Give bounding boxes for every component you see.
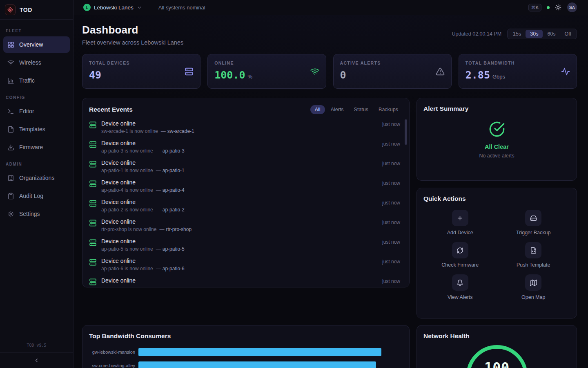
health-status-dot bbox=[547, 6, 550, 9]
action-check-firmware[interactable]: Check Firmware bbox=[423, 242, 497, 268]
action-label: Push Template bbox=[517, 262, 550, 268]
action-label: Open Map bbox=[521, 294, 545, 300]
event-title: Device online bbox=[101, 238, 382, 245]
hard-drive-icon bbox=[530, 215, 537, 222]
sidebar-item-firmware[interactable]: Firmware bbox=[3, 139, 70, 155]
app-root: TOD FLEET Overview Wireless Traffic CONF… bbox=[0, 0, 588, 368]
brand: TOD bbox=[0, 0, 73, 20]
sidebar-item-editor[interactable]: Editor bbox=[3, 103, 70, 119]
event-time: just now bbox=[382, 239, 400, 245]
stat-label: ONLINE bbox=[214, 61, 319, 65]
sidebar-item-traffic[interactable]: Traffic bbox=[3, 72, 70, 89]
sidebar-collapse-button[interactable] bbox=[0, 352, 73, 368]
dashboard-grid: Recent Events All Alerts Status Backups … bbox=[82, 98, 577, 368]
recent-events-panel: Recent Events All Alerts Status Backups … bbox=[82, 98, 410, 287]
event-row[interactable]: Device online ap-patio-3 is now online—a… bbox=[82, 137, 409, 157]
alert-summary-panel: Alert Summary All Clear No active alerts bbox=[416, 98, 577, 181]
wifi-icon bbox=[7, 59, 14, 66]
events-scrollbar[interactable] bbox=[405, 119, 407, 145]
bell-icon bbox=[457, 279, 463, 286]
event-device: rtr-pro-shop bbox=[166, 227, 192, 232]
sidebar-item-settings[interactable]: Settings bbox=[3, 206, 70, 222]
sidebar-item-organizations[interactable]: Organizations bbox=[3, 170, 70, 186]
event-time: just now bbox=[382, 278, 400, 284]
topbar: L Lebowski Lanes All systems nominal ⌘K … bbox=[74, 0, 588, 15]
sidebar-item-label: Wireless bbox=[19, 59, 41, 66]
command-palette-shortcut[interactable]: ⌘K bbox=[528, 4, 541, 11]
refresh-option-60s[interactable]: 60s bbox=[543, 30, 560, 38]
user-avatar[interactable]: SA bbox=[567, 2, 577, 12]
bandwidth-device-label: gw-lebowski-mansion bbox=[89, 350, 135, 355]
event-row[interactable]: Device online ap-patio-6 is now online—a… bbox=[82, 255, 409, 275]
sidebar-item-audit-log[interactable]: Audit Log bbox=[3, 188, 70, 204]
event-row[interactable]: Device online ap-patio-5 is now online—a… bbox=[82, 236, 409, 255]
action-add-device[interactable]: Add Device bbox=[423, 210, 497, 236]
action-label: Add Device bbox=[447, 230, 473, 236]
sidebar-item-label: Audit Log bbox=[19, 193, 43, 199]
event-device: ap-patio-3 bbox=[163, 148, 185, 154]
tab-all[interactable]: All bbox=[310, 105, 325, 114]
event-row[interactable]: Device online ap-patio-1 is now online—a… bbox=[82, 157, 409, 177]
map-icon bbox=[530, 279, 537, 286]
bandwidth-panel: Top Bandwidth Consumers gw-lebowski-mans… bbox=[82, 325, 410, 368]
clipboard-icon bbox=[7, 193, 14, 200]
event-time: just now bbox=[382, 220, 400, 225]
event-row[interactable]: Device online ap-patio-4 is now online—a… bbox=[82, 177, 409, 196]
stat-value: 0 bbox=[340, 69, 346, 81]
event-row[interactable]: Device online just now bbox=[82, 275, 409, 287]
event-detail: ap-patio-6 is now online—ap-patio-6 bbox=[101, 266, 382, 272]
grid-icon bbox=[7, 41, 14, 48]
main-area: L Lebowski Lanes All systems nominal ⌘K … bbox=[74, 0, 588, 368]
action-open-map[interactable]: Open Map bbox=[497, 274, 570, 300]
refresh-option-off[interactable]: Off bbox=[560, 30, 576, 38]
page-header: Dashboard Fleet overview across Lebowski… bbox=[82, 24, 577, 46]
refresh-option-30s[interactable]: 30s bbox=[526, 30, 543, 38]
event-title: Device online bbox=[101, 120, 382, 127]
event-device: ap-patio-5 bbox=[163, 246, 185, 252]
org-switcher[interactable]: L Lebowski Lanes bbox=[83, 4, 142, 11]
refresh-option-15s[interactable]: 15s bbox=[508, 30, 526, 38]
sidebar: TOD FLEET Overview Wireless Traffic CONF… bbox=[0, 0, 74, 368]
event-time: just now bbox=[382, 161, 400, 166]
event-detail: rtr-pro-shop is now online—rtr-pro-shop bbox=[101, 227, 382, 232]
stat-label: TOTAL BANDWIDTH bbox=[466, 61, 570, 65]
tab-alerts[interactable]: Alerts bbox=[326, 105, 348, 114]
sidebar-item-label: Organizations bbox=[19, 175, 54, 181]
bandwidth-device-label: sw-core-bowling-alley bbox=[89, 363, 135, 368]
sun-icon[interactable] bbox=[555, 4, 561, 11]
tab-backups[interactable]: Backups bbox=[374, 105, 403, 114]
sidebar-item-overview[interactable]: Overview bbox=[3, 36, 70, 53]
activity-icon bbox=[561, 67, 570, 76]
system-status-text: All systems nominal bbox=[158, 4, 205, 11]
stat-value: 100.0 bbox=[214, 69, 245, 81]
event-row[interactable]: Device online ap-patio-2 is now online—a… bbox=[82, 196, 409, 216]
bandwidth-bar bbox=[138, 348, 381, 356]
stat-unit: % bbox=[248, 74, 253, 80]
stat-label: ACTIVE ALERTS bbox=[340, 61, 445, 65]
sidebar-item-templates[interactable]: Templates bbox=[3, 121, 70, 137]
page-title: Dashboard bbox=[82, 24, 183, 36]
app-version: TOD v9.5 bbox=[0, 339, 73, 352]
action-trigger-backup[interactable]: Trigger Backup bbox=[497, 210, 570, 236]
stat-online: ONLINE 100.0 % bbox=[207, 54, 326, 89]
chevron-down-icon bbox=[137, 5, 142, 10]
dashboard-content: Dashboard Fleet overview across Lebowski… bbox=[74, 15, 588, 368]
tab-status[interactable]: Status bbox=[350, 105, 373, 114]
sidebar-item-wireless[interactable]: Wireless bbox=[3, 54, 70, 71]
sidebar-item-label: Settings bbox=[19, 211, 40, 217]
server-icon bbox=[89, 180, 97, 188]
terminal-icon bbox=[7, 108, 14, 115]
sidebar-item-label: Overview bbox=[19, 41, 43, 48]
bandwidth-bar bbox=[138, 361, 376, 368]
action-view-alerts[interactable]: View Alerts bbox=[423, 274, 497, 300]
event-row[interactable]: Device online sw-arcade-1 is now online—… bbox=[82, 118, 409, 137]
event-filter-tabs: All Alerts Status Backups bbox=[310, 105, 403, 114]
stat-unit: Gbps bbox=[492, 74, 505, 80]
file-icon bbox=[7, 126, 14, 133]
action-push-template[interactable]: Push Template bbox=[497, 242, 570, 268]
network-health-title: Network Health bbox=[423, 332, 470, 339]
app-name: TOD bbox=[20, 7, 32, 13]
server-icon bbox=[89, 258, 97, 266]
updated-timestamp: Updated 02:00:14 PM bbox=[452, 31, 501, 37]
event-row[interactable]: Device online rtr-pro-shop is now online… bbox=[82, 216, 409, 236]
